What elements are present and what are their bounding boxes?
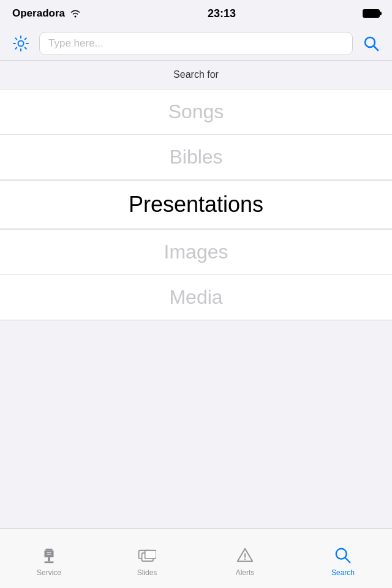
svg-rect-8 [47,554,51,554]
search-options-container: Songs Bibles Presentations Images Media [0,89,392,320]
slides-icon [138,546,156,565]
search-input-container [39,32,353,55]
svg-point-1 [365,37,375,47]
songs-label: Songs [168,100,224,123]
svg-point-13 [244,558,246,559]
svg-point-0 [18,41,24,47]
svg-rect-5 [48,557,50,561]
media-label: Media [169,286,222,308]
status-bar-right [363,9,380,18]
battery-fill [364,10,379,17]
svg-line-15 [345,557,350,562]
svg-line-2 [374,47,379,51]
svg-rect-6 [45,561,54,563]
alerts-icon [236,546,254,565]
search-option-bibles[interactable]: Bibles [0,135,392,179]
empty-area [0,320,392,472]
search-icon [363,35,380,52]
tab-service[interactable]: Service [0,529,98,588]
search-option-media[interactable]: Media [0,275,392,320]
bibles-label: Bibles [169,146,222,168]
carrier-label: Operadora [12,7,65,20]
search-option-songs[interactable]: Songs [0,89,392,134]
search-option-presentations[interactable]: Presentations [0,180,392,229]
search-button[interactable] [360,32,382,55]
svg-rect-7 [47,552,51,552]
svg-rect-3 [45,548,52,550]
search-header [0,27,392,61]
status-bar-left: Operadora [12,7,81,20]
wifi-icon [70,9,81,18]
battery-icon [363,9,380,18]
service-tab-label: Service [37,568,61,577]
gear-icon [12,34,30,53]
tab-search[interactable]: Search [294,529,392,588]
status-bar-time: 23:13 [208,7,236,20]
alerts-tab-label: Alerts [236,568,255,577]
presentations-label: Presentations [129,192,263,217]
search-option-images[interactable]: Images [0,230,392,274]
search-tab-label: Search [331,568,355,577]
search-for-label: Search for [0,61,392,89]
search-input[interactable] [48,37,344,50]
images-label: Images [164,241,228,263]
slides-tab-label: Slides [137,568,157,577]
service-icon [40,546,58,565]
status-bar: Operadora 23:13 [0,0,392,27]
search-tab-icon [334,546,352,565]
svg-rect-11 [145,550,156,558]
tab-bar: Service Slides Alerts [0,528,392,588]
tab-alerts[interactable]: Alerts [196,529,294,588]
settings-button[interactable] [10,32,32,55]
tab-slides[interactable]: Slides [98,529,196,588]
